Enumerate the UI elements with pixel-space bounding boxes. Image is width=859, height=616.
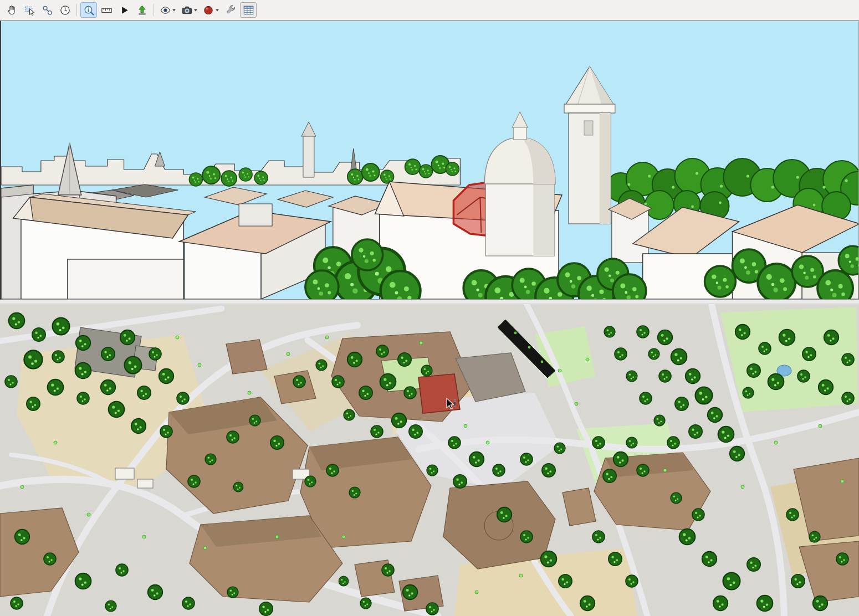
- camera-icon: [181, 4, 193, 17]
- select-features-tool-button[interactable]: [21, 2, 38, 18]
- 2d-map-canvas: [0, 304, 859, 616]
- toolbar: [0, 0, 859, 20]
- wrench-icon: [224, 4, 237, 17]
- clock-icon: [59, 4, 71, 17]
- export-tool-button[interactable]: [134, 2, 150, 18]
- visibility-tool-button[interactable]: [157, 2, 178, 18]
- play-icon: [118, 4, 131, 17]
- dropdown-caret-icon: [215, 4, 219, 17]
- red-sphere-icon: [202, 4, 215, 17]
- select-arrow-icon: [23, 4, 36, 17]
- toolbar-separator: [154, 4, 154, 16]
- tower-annex: [609, 198, 652, 263]
- tools-wrench-button[interactable]: [222, 2, 239, 18]
- pan-tool-button[interactable]: [3, 2, 20, 18]
- toolbar-separator: [76, 4, 77, 16]
- hand-icon: [6, 4, 18, 17]
- green-up-arrow-icon: [136, 4, 149, 17]
- selected-building-map[interactable]: [418, 374, 460, 413]
- identify-icon: [83, 4, 95, 17]
- clock-tool-button[interactable]: [57, 2, 73, 18]
- camera-tool-button[interactable]: [179, 2, 200, 18]
- measure-tool-button[interactable]: [98, 2, 115, 18]
- table-icon: [242, 4, 255, 17]
- identify-tool-button[interactable]: [80, 2, 97, 18]
- navigate-tool-button[interactable]: [39, 2, 55, 18]
- dropdown-caret-icon: [172, 4, 176, 17]
- application-window: [0, 0, 859, 616]
- ruler-icon: [100, 4, 113, 17]
- play-tool-button[interactable]: [116, 2, 132, 18]
- globe-tool-button[interactable]: [201, 2, 221, 18]
- 2d-map-view[interactable]: [0, 304, 859, 616]
- 3d-scene-view[interactable]: [0, 20, 859, 300]
- 3d-scene-canvas: [1, 21, 858, 299]
- orbit-icon: [41, 4, 54, 17]
- left-church-building[interactable]: [13, 194, 196, 299]
- dropdown-caret-icon: [193, 4, 198, 17]
- attribute-table-button[interactable]: [240, 2, 257, 18]
- view-splitter[interactable]: [0, 300, 859, 304]
- eye-icon: [159, 4, 172, 17]
